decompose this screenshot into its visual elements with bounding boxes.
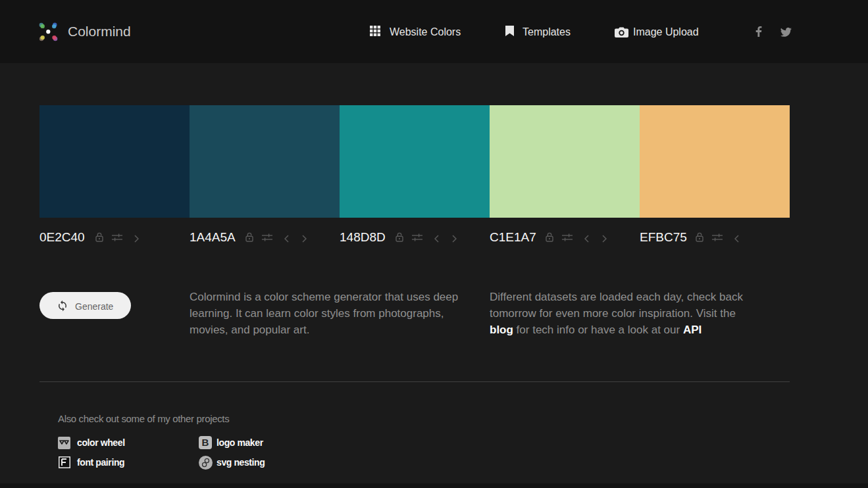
svg-text:B: B [202, 437, 209, 448]
